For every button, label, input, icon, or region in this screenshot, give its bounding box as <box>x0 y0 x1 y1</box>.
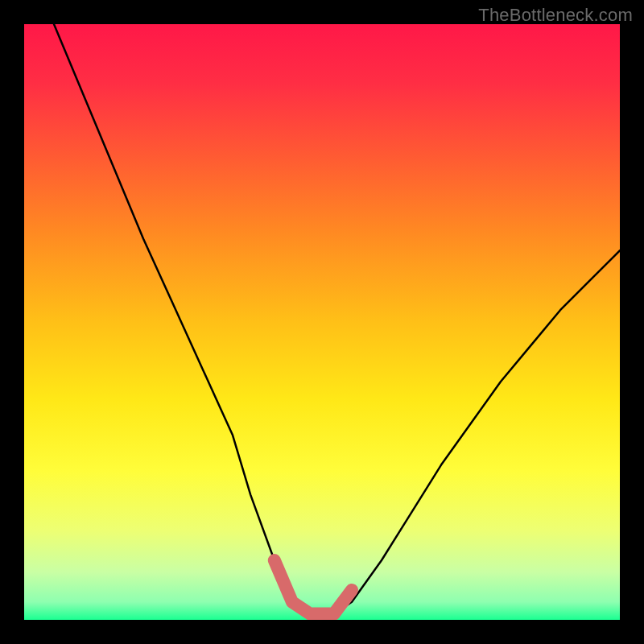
watermark-text: TheBottleneck.com <box>478 5 633 26</box>
valley-highlight <box>275 560 352 614</box>
plot-area <box>24 24 620 620</box>
curve-layer <box>24 24 620 620</box>
bottleneck-curve <box>54 24 620 614</box>
chart-container: TheBottleneck.com <box>0 0 644 644</box>
